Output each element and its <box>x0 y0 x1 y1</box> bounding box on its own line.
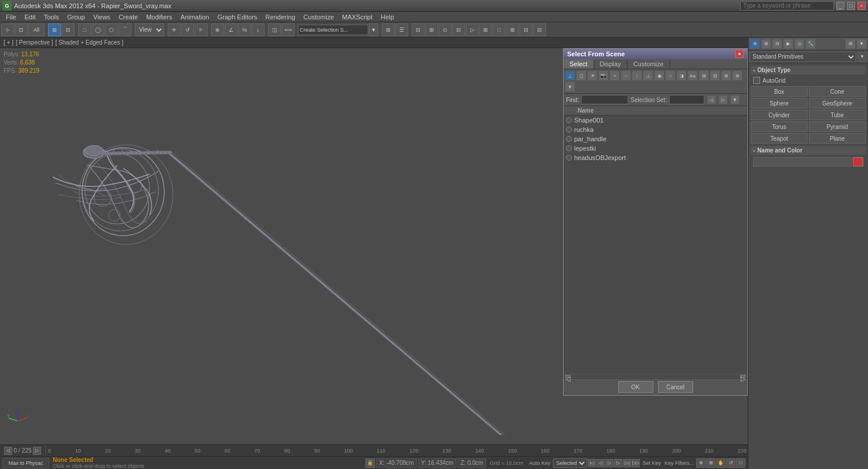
select-all-btn[interactable]: All <box>28 23 45 36</box>
maximize-viewport-btn[interactable]: □ <box>736 458 745 468</box>
mirror-btn[interactable]: ◫ <box>268 23 281 36</box>
select-region-btn[interactable]: ⊡ <box>15 23 28 36</box>
max-physac-btn[interactable]: Max to Physac <box>2 458 49 468</box>
stb-spacewarps[interactable]: ~ <box>621 70 631 81</box>
stb-particle[interactable]: ⋮ <box>632 70 642 81</box>
timeline-prev-btn[interactable]: ◁ <box>4 447 12 455</box>
close-button[interactable]: × <box>857 2 866 10</box>
obj-type-plane[interactable]: Plane <box>809 133 866 144</box>
move-btn[interactable]: ✛ <box>168 23 181 36</box>
stb-more3[interactable]: ⊕ <box>721 70 731 81</box>
autogrid-checkbox[interactable] <box>753 77 760 84</box>
material-editor-btn[interactable]: ⊙ <box>439 23 452 36</box>
scroll-left-arrow[interactable]: ◁ <box>565 375 571 378</box>
fence-select-btn[interactable]: ⬠ <box>105 23 118 36</box>
menu-views[interactable]: Views <box>90 13 114 21</box>
menu-rendering[interactable]: Rendering <box>262 13 299 21</box>
obj-type-cone[interactable]: Cone <box>809 86 866 97</box>
stb-invert[interactable]: ◑ <box>676 70 687 81</box>
rect-select-btn[interactable]: □ <box>78 23 91 36</box>
obj-type-tube[interactable]: Tube <box>809 110 866 120</box>
prop-tab-utilities[interactable]: 🔧 <box>805 39 816 49</box>
render-type-btn[interactable]: ⊞ <box>479 23 492 36</box>
circ-select-btn[interactable]: ◯ <box>91 23 104 36</box>
menu-edit[interactable]: Edit <box>21 13 39 21</box>
zoom-btn[interactable]: ⊕ <box>696 458 706 468</box>
standard-primitives-dropdown[interactable]: Standard Primitives <box>750 52 856 62</box>
menu-file[interactable]: File <box>2 13 20 21</box>
ss-btn1[interactable]: ◁ <box>707 95 716 104</box>
stb-case[interactable]: Aa <box>687 70 698 81</box>
viewport-canvas[interactable]: Polys: 13,176 Verts: 6,638 FPS: 389.219 <box>0 48 748 444</box>
menu-create[interactable]: Create <box>115 13 141 21</box>
selection-set-input[interactable] <box>669 95 704 104</box>
find-input[interactable] <box>581 95 628 104</box>
scene-explorer-btn[interactable]: ⊞ <box>425 23 438 36</box>
menu-animation[interactable]: Animation <box>177 13 213 21</box>
ss-btn2[interactable]: ▷ <box>718 95 728 104</box>
scene-item-headus[interactable]: headusOBJexport <box>564 153 747 162</box>
coord-lock-btn[interactable]: 🔒 <box>365 458 375 468</box>
prop-tab-motion[interactable]: ▶ <box>783 39 794 49</box>
stb-none[interactable]: ○ <box>665 70 676 81</box>
dialog-close-button[interactable]: × <box>735 50 744 58</box>
select-filter-btn[interactable]: ⊟ <box>62 23 74 36</box>
prev-key-btn[interactable]: |◁ <box>588 459 596 467</box>
cancel-button[interactable]: Cancel <box>658 381 693 393</box>
stb-more1[interactable]: ⊞ <box>699 70 709 81</box>
prev-frame-btn[interactable]: ◁ <box>596 459 605 467</box>
obj-type-box[interactable]: Box <box>751 86 808 97</box>
prop-tab-display[interactable]: ◎ <box>794 39 805 49</box>
scroll-right-arrow[interactable]: ▷ <box>740 375 746 378</box>
timeline-next-btn[interactable]: ▷ <box>33 447 41 455</box>
obj-type-torus[interactable]: Torus <box>751 121 808 132</box>
menu-help[interactable]: Help <box>377 13 398 21</box>
stb-more2[interactable]: ⊟ <box>710 70 720 81</box>
stb-bones[interactable]: ⊥ <box>643 70 653 81</box>
menu-modifiers[interactable]: Modifiers <box>143 13 176 21</box>
scene-list[interactable]: Shape001 ruchka par_handle <box>564 115 747 373</box>
selection-filter-input[interactable] <box>298 25 368 35</box>
tab-customize[interactable]: Customize <box>628 59 670 69</box>
obj-type-geosphere[interactable]: GeoSphere <box>809 98 866 108</box>
align-btn[interactable]: ⟺ <box>282 23 294 36</box>
scene-item-lepestki[interactable]: lepestki <box>564 144 747 153</box>
rotate-btn[interactable]: ↺ <box>181 23 194 36</box>
menu-group[interactable]: Group <box>63 13 89 21</box>
spinner-snap-btn[interactable]: ↨ <box>252 23 265 36</box>
scale-btn[interactable]: 3↑ <box>195 23 208 36</box>
lasso-select-btn[interactable]: ⌒ <box>118 23 131 36</box>
object-color-swatch[interactable] <box>853 157 863 166</box>
obj-type-pyramid[interactable]: Pyramid <box>809 121 866 132</box>
obj-type-teapot[interactable]: Teapot <box>751 133 808 144</box>
prop-tab-modify[interactable]: ⊞ <box>761 39 771 49</box>
render-frame-window-btn[interactable]: □ <box>493 23 506 36</box>
create-selection-btn[interactable]: ▼ <box>369 23 378 36</box>
zoom-all-btn[interactable]: ⊞ <box>706 458 716 468</box>
render-scene-btn[interactable]: ⊟ <box>452 23 465 36</box>
maximize-button[interactable]: □ <box>847 2 855 10</box>
end-btn[interactable]: ▷▷ <box>632 459 640 467</box>
extra-btn2[interactable]: ⊟ <box>533 23 546 36</box>
stb-shapes[interactable]: ◻ <box>576 70 586 81</box>
stb-cameras[interactable]: 📷 <box>598 70 609 81</box>
select-by-name-btn[interactable]: ☰ <box>395 23 408 36</box>
dialog-title-bar[interactable]: Select From Scene × <box>564 49 747 59</box>
key-mode-dropdown[interactable]: Selected <box>553 458 587 468</box>
obj-type-toggle[interactable]: - <box>753 67 755 73</box>
stb-geometry[interactable]: △ <box>565 70 575 81</box>
dialog-scrollbar-h[interactable]: ◁ ▷ <box>564 373 747 378</box>
scene-item-par-handle[interactable]: par_handle <box>564 134 747 144</box>
menu-tools[interactable]: Tools <box>40 13 63 21</box>
menu-maxscript[interactable]: MAXScript <box>338 13 376 21</box>
play-btn[interactable]: ▷ <box>605 459 613 467</box>
minimize-button[interactable]: _ <box>836 2 845 10</box>
viewport[interactable]: [ + ] [ Perspective ] [ Shaded + Edged F… <box>0 38 748 444</box>
stb-more5[interactable]: ▼ <box>565 81 575 92</box>
name-color-toggle[interactable]: - <box>753 147 755 154</box>
type-arrow-btn[interactable]: ▼ <box>857 52 867 62</box>
more-tools-btn[interactable]: ⊞ <box>506 23 519 36</box>
orbit-btn[interactable]: ↺ <box>726 458 735 468</box>
next-key-btn[interactable]: ▷| <box>623 459 631 467</box>
pan-btn[interactable]: ✋ <box>716 458 725 468</box>
